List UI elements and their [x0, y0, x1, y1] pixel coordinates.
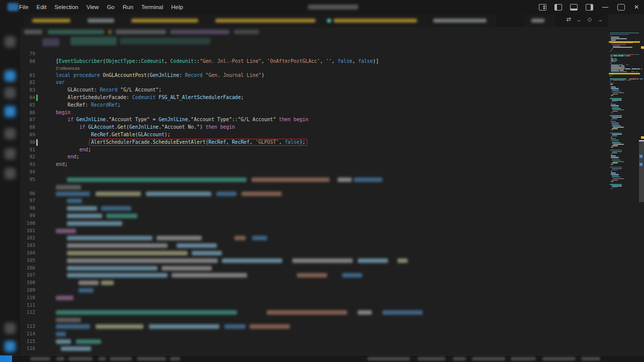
menu-item-selection[interactable]: Selection — [50, 3, 82, 12]
activity-bar-item-redacted-icon[interactable] — [5, 106, 16, 117]
code-line[interactable]: 91 end; — [20, 146, 608, 154]
line-number[interactable]: 98 — [20, 205, 35, 212]
menu-item-run[interactable]: Run — [119, 3, 137, 12]
line-number[interactable]: 88 — [20, 124, 35, 131]
toggle-panel-icon[interactable] — [570, 4, 578, 11]
code-line[interactable]: 113 — [20, 323, 608, 330]
remote-indicator[interactable] — [0, 355, 12, 362]
minimap[interactable] — [608, 14, 644, 355]
code-line[interactable]: 111 — [20, 302, 608, 309]
code-line[interactable]: 87 if GenJnlLine."Account Type" = GenJnl… — [20, 116, 608, 124]
close-button[interactable]: ✕ — [629, 4, 644, 11]
line-number[interactable]: 116 — [20, 345, 35, 352]
codelens-references[interactable]: 0 references — [56, 65, 79, 72]
code-line[interactable]: 116 — [20, 345, 608, 352]
change-diamond-icon[interactable]: ◇ — [586, 16, 593, 23]
activity-bar-item-redacted-icon[interactable] — [5, 70, 16, 81]
line-number[interactable]: 91 — [20, 146, 35, 154]
breadcrumb-segment-redacted[interactable] — [116, 30, 166, 34]
code-line[interactable]: 109 — [20, 287, 608, 294]
line-number[interactable]: 112 — [20, 309, 35, 316]
activity-bar-item-redacted-icon[interactable] — [5, 323, 16, 334]
code-line[interactable]: 88 if GLAccount.Get(GenJnlLine."Account … — [20, 124, 608, 131]
menu-item-view[interactable]: View — [83, 3, 103, 12]
code-line[interactable]: 94 — [20, 168, 608, 176]
code-line[interactable]: 90 AlertSchedulerFacade.ScheduleEventAle… — [20, 139, 608, 146]
breadcrumb-segment-redacted[interactable] — [234, 30, 259, 34]
previous-change-icon[interactable]: ← — [576, 17, 583, 23]
code-line[interactable]: 96 — [20, 190, 608, 198]
code-line[interactable]: 93end; — [20, 161, 608, 168]
editor-tab-7[interactable] — [523, 14, 554, 27]
status-item-redacted[interactable] — [30, 357, 50, 360]
status-item-redacted[interactable] — [110, 357, 132, 360]
activity-bar-item-redacted-icon[interactable] — [5, 36, 16, 47]
toggle-primary-sidebar-icon[interactable] — [554, 4, 562, 11]
line-number[interactable]: 102 — [20, 234, 35, 242]
code-line[interactable]: 85 RecRef: RecordRef; — [20, 102, 608, 109]
code-line[interactable]: 83 GLAccount: Record "G/L Account"; — [20, 86, 608, 94]
code-line[interactable]: 107 — [20, 272, 608, 279]
code-line[interactable]: 101 — [20, 227, 608, 235]
menu-item-terminal[interactable]: Terminal — [137, 3, 167, 12]
code-line[interactable]: 89 RecRef.GetTable(GLAccount); — [20, 131, 608, 139]
customize-layout-icon[interactable] — [539, 4, 546, 11]
breadcrumb-segment-redacted[interactable] — [24, 30, 42, 34]
scrollbar-slider[interactable] — [639, 141, 644, 202]
line-number[interactable]: 114 — [20, 330, 35, 338]
status-item-redacted[interactable] — [511, 357, 536, 360]
line-number[interactable]: 86 — [20, 109, 35, 117]
code-line[interactable]: 110 — [20, 294, 608, 302]
line-number[interactable]: 113 — [20, 323, 35, 330]
line-number[interactable]: 115 — [20, 338, 35, 345]
line-number[interactable]: 101 — [20, 227, 35, 235]
line-number[interactable]: 83 — [20, 86, 35, 94]
code-line[interactable]: 98 — [20, 205, 608, 212]
line-number[interactable]: 90 — [20, 139, 35, 146]
code-editor[interactable]: 7980[EventSubscriber(ObjectType::Codeuni… — [20, 36, 608, 355]
editor-tab-3[interactable] — [123, 14, 208, 27]
line-number[interactable]: 81 — [20, 72, 35, 79]
code-line[interactable]: 106 — [20, 264, 608, 272]
compare-changes-icon[interactable]: ⇄ — [565, 16, 572, 23]
status-item-redacted[interactable] — [472, 357, 505, 360]
code-line[interactable]: 105 — [20, 257, 608, 264]
line-number[interactable]: 94 — [20, 168, 35, 176]
code-line[interactable]: 82var — [20, 79, 608, 86]
editor-tab-5[interactable] — [325, 14, 426, 27]
code-line[interactable]: 86begin — [20, 109, 608, 117]
activity-bar-item-redacted-icon[interactable] — [5, 128, 16, 139]
editor-tab-2[interactable] — [79, 14, 124, 27]
code-line[interactable]: 97 — [20, 197, 608, 205]
editor-tab-4[interactable] — [207, 14, 325, 27]
line-number[interactable]: 106 — [20, 264, 35, 272]
activity-bar-item-redacted-icon[interactable] — [5, 168, 16, 179]
code-line[interactable]: 108 — [20, 279, 608, 287]
code-line[interactable]: 112 — [20, 309, 608, 316]
line-number[interactable]: 80 — [20, 58, 35, 65]
next-change-icon[interactable]: → — [597, 17, 604, 23]
activity-bar-item-redacted-icon[interactable] — [5, 148, 16, 159]
code-line[interactable]: 80[EventSubscriber(ObjectType::Codeunit,… — [20, 58, 608, 65]
code-line[interactable]: 114 — [20, 330, 608, 338]
code-line[interactable]: 102 — [20, 234, 608, 242]
menu-item-go[interactable]: Go — [103, 3, 118, 12]
line-number[interactable]: 107 — [20, 272, 35, 279]
toggle-secondary-sidebar-icon[interactable] — [586, 4, 593, 11]
line-number[interactable]: 89 — [20, 131, 35, 139]
line-number[interactable]: 95 — [20, 176, 35, 184]
line-number[interactable]: 110 — [20, 294, 35, 302]
code-line[interactable]: 103 — [20, 242, 608, 249]
line-number[interactable]: 85 — [20, 102, 35, 109]
line-number[interactable]: 82 — [20, 79, 35, 86]
menu-item-help[interactable]: Help — [167, 3, 187, 12]
breadcrumb[interactable] — [20, 27, 608, 36]
breadcrumb-segment-redacted[interactable] — [48, 30, 104, 34]
code-line[interactable]: 95 — [20, 176, 608, 184]
line-number[interactable]: 92 — [20, 153, 35, 161]
line-number[interactable]: 108 — [20, 279, 35, 287]
status-item-redacted[interactable] — [99, 357, 106, 360]
line-number[interactable]: 79 — [20, 50, 35, 58]
status-item-redacted[interactable] — [418, 357, 445, 360]
code-line[interactable]: 84 AlertSchedulerFacade: Codeunit FSG_AL… — [20, 94, 608, 102]
